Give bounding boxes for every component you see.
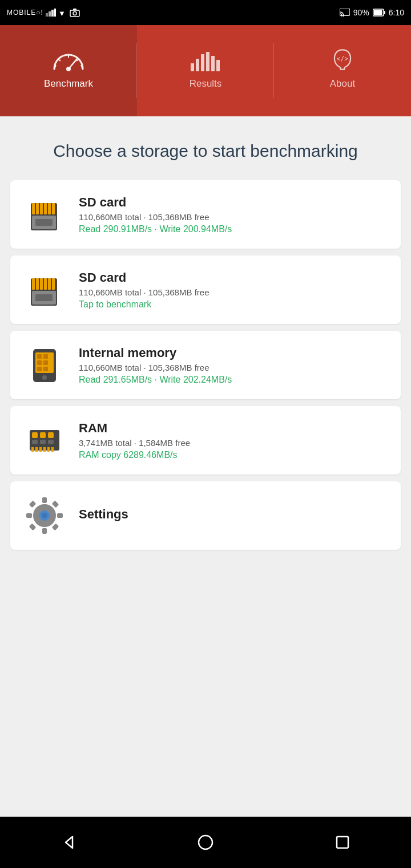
wifi-icon: ▼: [58, 9, 67, 17]
svg-rect-55: [31, 447, 34, 452]
internal-memory-icon: [22, 342, 67, 388]
svg-rect-38: [40, 278, 43, 290]
home-button[interactable]: [188, 825, 223, 859]
item-info: Settings: [79, 507, 389, 524]
list-item[interactable]: SD card 110,660MB total · 105,368MB free…: [10, 180, 401, 249]
svg-rect-74: [52, 501, 59, 508]
list-item[interactable]: Internal memory 110,660MB total · 105,36…: [10, 331, 401, 399]
item-info: Internal memory 110,660MB total · 105,36…: [79, 346, 389, 385]
item-info: SD card 110,660MB total · 105,368MB free…: [79, 195, 389, 234]
svg-rect-75: [29, 524, 37, 531]
svg-rect-62: [40, 432, 46, 438]
item-title: Internal memory: [79, 346, 389, 360]
svg-marker-0: [46, 13, 48, 17]
item-meta: 110,660MB total · 105,368MB free: [79, 287, 389, 297]
svg-rect-52: [43, 367, 48, 371]
svg-rect-65: [40, 440, 46, 444]
svg-rect-32: [52, 203, 55, 214]
item-speed: Read 291.65MB/s · Write 202.24MB/s: [79, 375, 389, 385]
svg-rect-39: [44, 278, 47, 290]
item-meta: 110,660MB total · 105,368MB free: [79, 363, 389, 372]
svg-point-53: [42, 375, 47, 380]
svg-marker-2: [51, 10, 54, 17]
item-meta: 110,660MB total · 105,368MB free: [79, 212, 389, 222]
top-navigation: Benchmark Results </> About: [0, 25, 411, 116]
bottom-navigation: [0, 817, 411, 868]
camera-icon: [70, 8, 80, 17]
tab-results[interactable]: Results: [137, 25, 274, 116]
svg-rect-19: [191, 63, 194, 71]
svg-text:▼: ▼: [58, 9, 66, 17]
list-item[interactable]: Settings: [10, 481, 401, 550]
svg-rect-31: [48, 203, 51, 214]
svg-rect-56: [35, 447, 38, 452]
time-display: 6:10: [389, 8, 404, 17]
svg-point-78: [42, 513, 47, 518]
back-button[interactable]: [51, 825, 86, 859]
tab-benchmark-label: Benchmark: [44, 78, 93, 90]
svg-rect-73: [29, 501, 37, 508]
settings-icon: [22, 493, 67, 538]
svg-rect-70: [42, 528, 47, 534]
svg-rect-69: [42, 497, 47, 503]
svg-rect-47: [43, 354, 48, 359]
cast-icon: [340, 9, 350, 17]
item-title: RAM: [79, 421, 389, 436]
list-item[interactable]: RAM 3,741MB total · 1,584MB free RAM cop…: [10, 406, 401, 474]
svg-rect-10: [384, 11, 385, 14]
svg-rect-50: [43, 360, 48, 365]
tab-benchmark[interactable]: Benchmark: [0, 25, 137, 116]
svg-rect-64: [32, 440, 38, 444]
svg-point-6: [73, 12, 76, 15]
svg-rect-76: [52, 524, 59, 531]
svg-marker-1: [49, 11, 51, 17]
svg-rect-5: [70, 10, 79, 17]
svg-rect-22: [206, 52, 209, 71]
sdcard-icon: [22, 192, 67, 237]
svg-rect-66: [48, 440, 54, 444]
status-left: MOBILE○! ▼: [7, 8, 80, 17]
svg-rect-51: [37, 367, 42, 371]
svg-rect-57: [39, 447, 42, 452]
svg-rect-20: [196, 59, 199, 71]
bars-chart-icon: [188, 47, 223, 72]
main-content: Choose a storage to start benchmarking: [0, 116, 411, 817]
storage-items-list: SD card 110,660MB total · 105,368MB free…: [0, 180, 411, 550]
item-title: Settings: [79, 507, 389, 522]
svg-rect-46: [37, 354, 42, 359]
svg-point-18: [66, 67, 71, 71]
code-head-icon: </>: [325, 47, 360, 72]
item-tap-label: Tap to benchmark: [79, 299, 389, 310]
battery-icon: [373, 9, 385, 17]
svg-rect-27: [32, 203, 35, 214]
signal-icon: [46, 9, 56, 17]
svg-rect-28: [36, 203, 39, 214]
item-title: SD card: [79, 270, 389, 285]
recents-button[interactable]: [325, 825, 360, 859]
svg-rect-59: [47, 447, 50, 452]
page-title: Choose a storage to start benchmarking: [0, 116, 411, 180]
list-item[interactable]: SD card 110,660MB total · 105,368MB free…: [10, 255, 401, 324]
svg-rect-43: [35, 294, 53, 301]
ram-icon: [22, 417, 67, 463]
item-speed: Read 290.91MB/s · Write 200.94MB/s: [79, 224, 389, 234]
svg-rect-63: [48, 432, 54, 438]
svg-rect-40: [48, 278, 51, 290]
battery-percentage: 90%: [353, 8, 369, 17]
svg-rect-81: [337, 837, 348, 848]
svg-rect-7: [73, 9, 76, 10]
tab-about[interactable]: </> About: [274, 25, 411, 116]
svg-rect-71: [26, 513, 32, 518]
svg-rect-21: [201, 54, 204, 71]
svg-rect-49: [37, 360, 42, 365]
svg-rect-36: [32, 278, 35, 290]
svg-rect-29: [40, 203, 43, 214]
svg-rect-34: [35, 219, 53, 226]
svg-rect-11: [373, 10, 382, 15]
svg-text:</>: </>: [336, 55, 348, 63]
svg-point-80: [199, 835, 212, 849]
status-bar: MOBILE○! ▼ 90% 6:10: [0, 0, 411, 25]
tab-results-label: Results: [190, 78, 222, 90]
svg-rect-23: [211, 56, 215, 71]
svg-rect-72: [57, 513, 63, 518]
